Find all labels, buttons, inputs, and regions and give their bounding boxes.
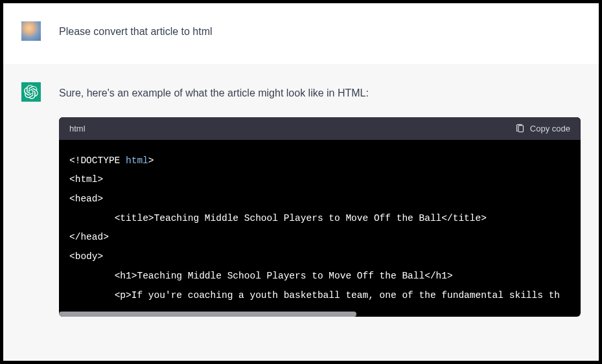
code-line: <h1>Teaching Middle School Players to Mo… xyxy=(69,271,453,281)
code-content[interactable]: <!DOCTYPE html> <html> <head> <title>Tea… xyxy=(59,140,581,317)
code-line: <!DOCTYPE html> xyxy=(69,155,154,166)
user-message-row: Please convert that article to html xyxy=(3,3,599,64)
copy-code-button[interactable]: Copy code xyxy=(515,124,570,133)
svg-rect-0 xyxy=(518,125,524,131)
user-avatar xyxy=(21,21,41,41)
openai-logo-icon xyxy=(24,85,38,99)
assistant-avatar xyxy=(21,82,41,102)
code-block-header: html Copy code xyxy=(59,117,581,140)
assistant-message-row: Sure, here's an example of what the arti… xyxy=(3,64,599,361)
code-block: html Copy code <!DOCTYPE html> <html> <h… xyxy=(59,117,581,317)
code-line: <html> xyxy=(69,174,103,185)
code-line: <head> xyxy=(69,194,103,204)
code-line: <p>If you're coaching a youth basketball… xyxy=(69,290,560,301)
horizontal-scrollbar[interactable] xyxy=(59,312,356,317)
clipboard-icon xyxy=(515,124,525,133)
code-line: <body> xyxy=(69,251,103,262)
code-line: </head> xyxy=(69,232,109,242)
code-line: <title>Teaching Middle School Players to… xyxy=(69,213,487,223)
code-language-label: html xyxy=(69,124,86,133)
assistant-message-text: Sure, here's an example of what the arti… xyxy=(59,82,581,102)
copy-code-label: Copy code xyxy=(530,124,570,133)
user-message-text: Please convert that article to html xyxy=(59,21,213,40)
